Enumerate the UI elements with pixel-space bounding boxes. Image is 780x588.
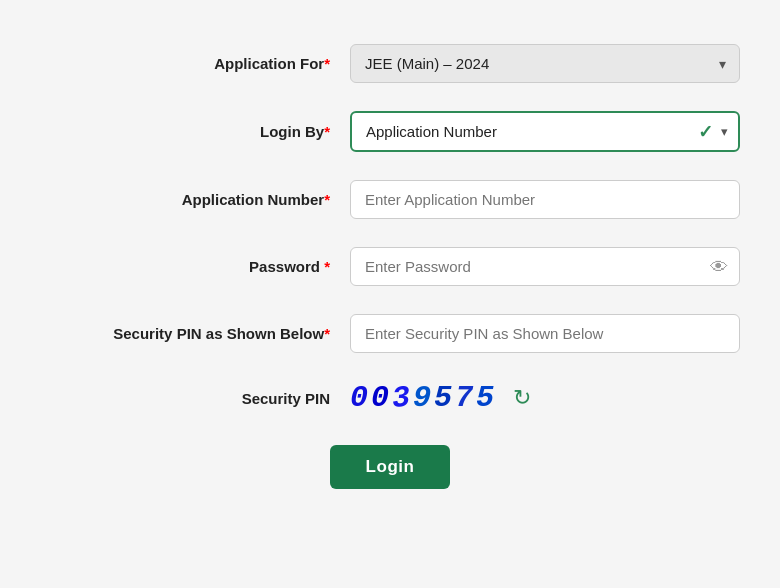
required-star-5: *: [324, 325, 330, 342]
application-for-field: JEE (Main) – 2024 ▾: [350, 44, 740, 83]
security-pin-input-field: [350, 314, 740, 353]
required-star-1: *: [324, 55, 330, 72]
password-input[interactable]: [350, 247, 740, 286]
required-star-3: *: [324, 191, 330, 208]
security-pin-input-label-text: Security PIN as Shown Below: [113, 325, 324, 342]
login-by-field: Application Number ✓ ▾: [350, 111, 740, 152]
application-for-select[interactable]: JEE (Main) – 2024: [350, 44, 740, 83]
application-for-select-wrapper: JEE (Main) – 2024 ▾: [350, 44, 740, 83]
refresh-icon[interactable]: ↻: [513, 385, 531, 411]
application-for-row: Application For* JEE (Main) – 2024 ▾: [20, 30, 760, 97]
login-by-select[interactable]: Application Number: [352, 113, 738, 150]
password-label: Password *: [40, 258, 350, 275]
security-pin-display-row: Security PIN 0039575 ↻: [20, 367, 760, 429]
login-by-label: Login By*: [40, 123, 350, 140]
password-field: 👁︎: [350, 247, 740, 286]
required-star-2: *: [324, 123, 330, 140]
login-form: Application For* JEE (Main) – 2024 ▾ Log…: [0, 0, 780, 588]
security-pin-input[interactable]: [350, 314, 740, 353]
login-by-label-text: Login By: [260, 123, 324, 140]
security-pin-display-label-text: Security PIN: [242, 390, 330, 407]
security-pin-display: 0039575 ↻: [350, 381, 740, 415]
login-button-row: Login: [20, 429, 760, 499]
password-wrapper: 👁︎: [350, 247, 740, 286]
application-number-label: Application Number*: [40, 191, 350, 208]
security-pin-display-field: 0039575 ↻: [350, 381, 740, 415]
application-for-label: Application For*: [40, 55, 350, 72]
application-for-label-text: Application For: [214, 55, 324, 72]
login-button-label: Login: [366, 457, 415, 476]
security-pin-input-label: Security PIN as Shown Below*: [40, 325, 350, 342]
login-by-select-wrapper: Application Number ✓ ▾: [350, 111, 740, 152]
application-number-input[interactable]: [350, 180, 740, 219]
application-number-label-text: Application Number: [182, 191, 325, 208]
captcha-image: 0039575: [350, 381, 497, 415]
eye-icon[interactable]: 👁︎: [710, 256, 728, 277]
security-pin-display-label: Security PIN: [40, 390, 350, 407]
login-by-row: Login By* Application Number ✓ ▾: [20, 97, 760, 166]
login-button[interactable]: Login: [330, 445, 451, 489]
security-pin-input-row: Security PIN as Shown Below*: [20, 300, 760, 367]
password-row: Password * 👁︎: [20, 233, 760, 300]
application-number-field: [350, 180, 740, 219]
required-star-4: *: [324, 258, 330, 275]
password-label-text: Password: [249, 258, 320, 275]
application-number-row: Application Number*: [20, 166, 760, 233]
